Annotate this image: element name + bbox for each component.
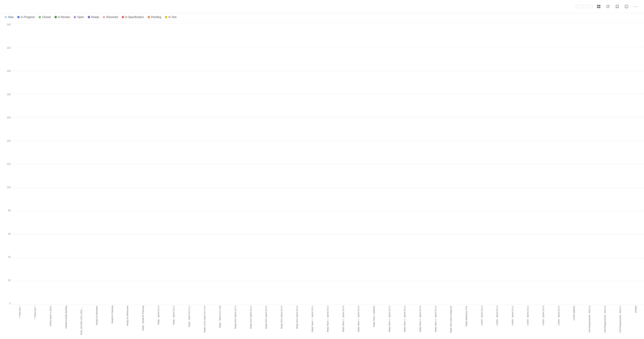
x-axis-label: (empty) bbox=[634, 306, 637, 313]
legend-label: New bbox=[8, 16, 14, 19]
filter-button[interactable] bbox=[576, 5, 584, 8]
legend-label: Closed bbox=[42, 16, 50, 19]
x-axis-label: Reply GGC Sprint 23.3.1 bbox=[250, 306, 252, 329]
svg-rect-3 bbox=[599, 7, 600, 8]
bookmark-icon bbox=[616, 5, 619, 8]
x-axis-label: Reply Team 1 - Sprint 23.3.4 bbox=[357, 306, 360, 332]
x-axis-label: UVR Requirements - R23.2.3 bbox=[588, 306, 591, 333]
x-axis-label: Reply Test Cases & Bugs QA bbox=[450, 306, 452, 333]
x-axis-label: Ready for Planning bbox=[111, 306, 114, 323]
info-icon: i bbox=[624, 5, 628, 8]
header-actions: i ··· bbox=[576, 3, 640, 10]
x-axis-label: Reply - Sprint 23.2.4 (2) bbox=[219, 306, 221, 328]
legend-dot bbox=[122, 16, 124, 18]
summarize-button[interactable] bbox=[585, 5, 593, 8]
legend-item: In Test bbox=[165, 16, 176, 19]
svg-rect-2 bbox=[597, 7, 598, 8]
refresh-button[interactable] bbox=[604, 3, 612, 10]
x-axis-label: Reply - Ready for Planning bbox=[142, 306, 144, 331]
plot-area[interactable]: 020406080100120140160180200220240** ToDo… bbox=[3, 24, 644, 335]
x-axis-label: Reply GGC Sprint 23.3.4 bbox=[296, 306, 298, 329]
x-axis-label: Reply Team 1 - Sprint 23.3.2 bbox=[326, 306, 329, 332]
ellipsis-icon: ··· bbox=[634, 4, 638, 9]
info-button[interactable]: i bbox=[623, 3, 630, 10]
legend-dot bbox=[103, 16, 105, 18]
x-axis-label: Reply GGC Sprint 23.3.2 bbox=[265, 306, 267, 329]
x-axis-label: DPRO Sprint 3_R23.2 bbox=[50, 306, 52, 326]
x-axis-label: ** ToDo Q3 ** bbox=[19, 306, 21, 318]
legend-label: In Specification bbox=[125, 16, 144, 19]
x-axis-label: Reply Team 1 - Sprint 23.3.1 bbox=[311, 306, 314, 332]
x-axis-label: Reply Team 1 - Sprint 23.3.3 bbox=[342, 306, 344, 332]
chart-legend: New In Progress Closed In Review Open Re… bbox=[0, 13, 644, 21]
x-axis-label: Reply Waiting for STG bbox=[465, 306, 468, 326]
x-axis-label: Reply - Sprint 23.2.3_1 bbox=[188, 306, 190, 327]
legend-item: In Specification bbox=[122, 16, 144, 19]
x-axis-label: UVDM - Sprint 23.2.3 bbox=[481, 306, 483, 325]
table-view-button[interactable] bbox=[595, 3, 602, 10]
x-axis-label: UVDM - Sprint 23.3.3 bbox=[542, 306, 544, 325]
grid-and-bars: 020406080100120140160180200220240** ToDo… bbox=[3, 24, 644, 335]
x-axis-label: UVDM Spillover bbox=[573, 306, 575, 320]
legend-item: New bbox=[4, 16, 14, 19]
x-axis-label: Ready for Estimation bbox=[96, 306, 98, 325]
svg-text:i: i bbox=[626, 6, 627, 8]
x-axis-label: UVDM - Sprint 23.3.1 bbox=[512, 306, 514, 325]
page-header: i ··· bbox=[0, 0, 644, 13]
legend-item: Resolved bbox=[103, 16, 118, 19]
x-axis-label: Reply - Sprint 23.2.4 bbox=[172, 306, 175, 325]
y-axis-label bbox=[0, 24, 3, 335]
legend-item: Pending bbox=[148, 16, 161, 19]
x-axis-label: Reply GGC Sprint 23.2.4 bbox=[234, 306, 236, 329]
legend-label: In Test bbox=[168, 16, 176, 19]
x-axis-label: UVDM - Sprint 23.3.4 bbox=[558, 306, 560, 325]
x-axis-label: Reply GGC Sprint 23.3.3 bbox=[280, 306, 283, 329]
legend-dot bbox=[38, 16, 41, 18]
legend-label: Open bbox=[77, 16, 84, 19]
svg-rect-0 bbox=[597, 5, 598, 6]
legend-dot bbox=[54, 16, 57, 18]
legend-label: Pending bbox=[151, 16, 161, 19]
legend-label: Resolved bbox=[106, 16, 118, 19]
x-axis-label: EKW_2011060_GFZ_2023_Reply KTs bbox=[80, 306, 82, 335]
x-axis-label: UVDM - Sprint 23.3.2 bbox=[527, 306, 529, 325]
more-options-button[interactable]: ··· bbox=[632, 3, 640, 10]
legend-dot bbox=[4, 16, 7, 18]
legend-label: In Review bbox=[58, 16, 70, 19]
x-axis-label: Reply Team 2 - Sprint 23.3.3 bbox=[419, 306, 421, 332]
x-axis-label: ** ToDos Q2 ** bbox=[34, 306, 36, 319]
legend-item: In Review bbox=[54, 16, 70, 19]
legend-dot bbox=[165, 16, 167, 18]
legend-label: Ready bbox=[91, 16, 99, 19]
legend-label: In Progress bbox=[21, 16, 35, 19]
legend-dot bbox=[88, 16, 90, 18]
x-axis-label: UVDM - Sprint 23.2.4 bbox=[496, 306, 498, 325]
x-axis-label: Reply C1/AG Sprint 23.2.2+3 bbox=[204, 306, 206, 332]
x-axis-label: UVR Requirements - R23.3.1 bbox=[619, 306, 621, 333]
legend-dot bbox=[17, 16, 20, 18]
legend-item: Ready bbox=[88, 16, 99, 19]
legend-item: Open bbox=[74, 16, 84, 19]
x-axis-label: Reply Team 2 - Sprint 23.3.4 bbox=[434, 306, 437, 332]
legend-dot bbox=[74, 16, 76, 18]
x-axis-label: UVR Requirements - R23.2.4 bbox=[604, 306, 606, 333]
x-axis-label: Ready for Refinement bbox=[126, 306, 129, 326]
legend-item: In Progress bbox=[17, 16, 35, 19]
table-icon bbox=[597, 5, 600, 8]
x-axis-label: Deloitte Kanban Backlog bbox=[65, 306, 67, 328]
x-axis-label: Reply - Sprint 23.2.3 bbox=[157, 306, 160, 325]
bookmark-button[interactable] bbox=[614, 3, 621, 10]
x-axis-label: Reply Team 2 - Sprint 23.3.2 bbox=[404, 306, 406, 332]
svg-rect-1 bbox=[599, 5, 600, 6]
x-axis-label: Reply Team 2 - Sprint 23.3.1 bbox=[388, 306, 390, 332]
refresh-icon bbox=[606, 5, 610, 8]
chart-container: 020406080100120140160180200220240** ToDo… bbox=[0, 21, 644, 335]
legend-item: Closed bbox=[38, 16, 50, 19]
chart-inner: 020406080100120140160180200220240** ToDo… bbox=[3, 24, 644, 335]
legend-dot bbox=[148, 16, 150, 18]
x-axis-label: Reply Team 1 Spillover bbox=[373, 306, 375, 327]
